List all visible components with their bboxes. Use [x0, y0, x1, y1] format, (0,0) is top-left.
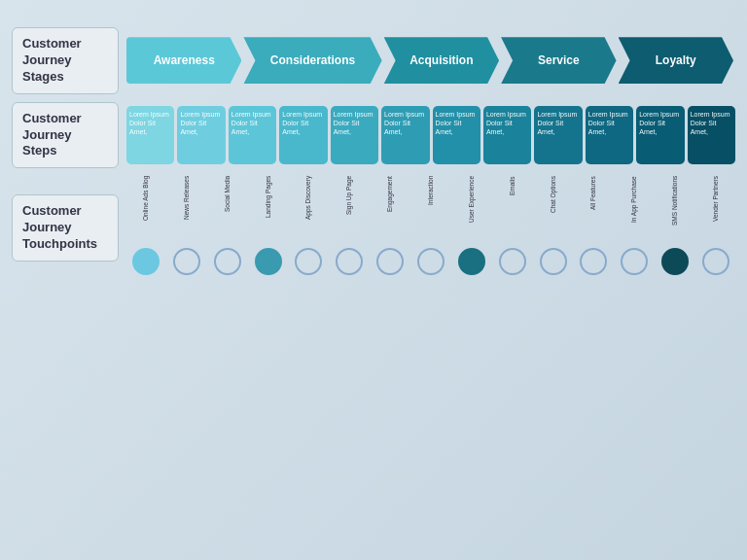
step-card-10: Lorem Ipsum Dolor Sit Amet, — [586, 106, 633, 164]
tp-label-11: Chat Options — [534, 176, 573, 244]
stage-awareness: Awareness — [126, 37, 241, 84]
tp-circle-3 — [214, 248, 241, 275]
tp-circle-wrap-7 — [371, 248, 409, 275]
tp-circle-5 — [295, 248, 322, 275]
tp-label-4: Landing Pages — [249, 176, 288, 244]
tp-circle-wrap-2 — [167, 248, 206, 275]
stage-service: Service — [501, 37, 616, 84]
tp-circle-wrap-3 — [208, 248, 247, 275]
tp-circle-wrap-14 — [656, 248, 694, 275]
tp-label-8: Interaction — [411, 176, 450, 244]
touchpoints-content: Online Ads BlogNews ReleasesSocial Media… — [126, 176, 735, 279]
step-card-6: Lorem Ipsum Dolor Sit Amet, — [381, 106, 429, 164]
tp-circle-7 — [376, 248, 404, 275]
step-card-3: Lorem Ipsum Dolor Sit Amet, — [229, 106, 276, 164]
tp-label-13: In App Purchase — [615, 176, 654, 244]
tp-circle-13 — [621, 248, 648, 275]
tp-label-10: Emails — [493, 176, 532, 244]
tp-circle-15 — [702, 248, 729, 275]
tp-circle-wrap-5 — [289, 248, 328, 275]
tp-label-7: Engagement — [371, 176, 409, 244]
touchpoints-label: CustomerJourneyTouchpoints — [12, 194, 119, 262]
page-title — [0, 0, 747, 27]
tp-circle-wrap-15 — [696, 248, 735, 275]
tp-circle-wrap-1 — [126, 248, 165, 275]
tp-circle-wrap-4 — [249, 248, 288, 275]
step-card-4: Lorem Ipsum Dolor Sit Amet, — [279, 106, 327, 164]
tp-circle-14 — [661, 248, 689, 275]
tp-circle-wrap-10 — [493, 248, 532, 275]
stages-row: CustomerJourney Stages AwarenessConsider… — [12, 27, 735, 94]
tp-circle-wrap-12 — [574, 248, 613, 275]
stage-considerations: Considerations — [243, 37, 381, 84]
step-card-12: Lorem Ipsum Dolor Sit Amet, — [688, 106, 735, 164]
tp-circle-11 — [540, 248, 567, 275]
tp-label-9: User Experience — [452, 176, 491, 244]
step-card-11: Lorem Ipsum Dolor Sit Amet, — [636, 106, 684, 164]
stages-container: AwarenessConsiderationsAcquisitionServic… — [126, 37, 735, 84]
stage-loyalty: Loyalty — [619, 37, 733, 84]
tp-label-14: SMS Notifications — [656, 176, 694, 244]
tp-circle-wrap-11 — [534, 248, 573, 275]
steps-container: Lorem Ipsum Dolor Sit Amet,Lorem Ipsum D… — [126, 106, 735, 164]
tp-circles-row — [126, 248, 735, 275]
tp-label-6: Sign Up Page — [330, 176, 369, 244]
step-card-9: Lorem Ipsum Dolor Sit Amet, — [534, 106, 582, 164]
tp-label-12: All Features — [574, 176, 613, 244]
tp-circle-4 — [255, 248, 282, 275]
step-card-5: Lorem Ipsum Dolor Sit Amet, — [331, 106, 378, 164]
touchpoints-row: CustomerJourneyTouchpoints Online Ads Bl… — [12, 176, 735, 279]
tp-circle-2 — [173, 248, 200, 275]
stages-label: CustomerJourney Stages — [12, 27, 119, 94]
tp-circle-6 — [336, 248, 363, 275]
tp-labels-row: Online Ads BlogNews ReleasesSocial Media… — [126, 176, 735, 244]
tp-circle-1 — [132, 248, 160, 275]
tp-circle-12 — [580, 248, 607, 275]
step-card-1: Lorem Ipsum Dolor Sit Amet, — [126, 106, 174, 164]
step-card-8: Lorem Ipsum Dolor Sit Amet, — [483, 106, 531, 164]
tp-label-5: Apps Discovery — [289, 176, 328, 244]
steps-label: CustomerJourney Steps — [12, 102, 119, 169]
tp-label-15: Vender Partners — [696, 176, 735, 244]
tp-circle-9 — [458, 248, 485, 275]
tp-circle-10 — [499, 248, 526, 275]
tp-label-1: Online Ads Blog — [126, 176, 165, 244]
tp-circle-wrap-8 — [411, 248, 450, 275]
tp-circle-wrap-13 — [615, 248, 654, 275]
step-card-2: Lorem Ipsum Dolor Sit Amet, — [177, 106, 225, 164]
step-card-7: Lorem Ipsum Dolor Sit Amet, — [433, 106, 480, 164]
tp-circle-8 — [417, 248, 445, 275]
tp-label-2: News Releases — [167, 176, 206, 244]
steps-row: CustomerJourney Steps Lorem Ipsum Dolor … — [12, 102, 735, 169]
tp-label-3: Social Media — [208, 176, 247, 244]
tp-circle-wrap-9 — [452, 248, 491, 275]
stage-acquisition: Acquisition — [384, 37, 499, 84]
tp-circle-wrap-6 — [330, 248, 369, 275]
